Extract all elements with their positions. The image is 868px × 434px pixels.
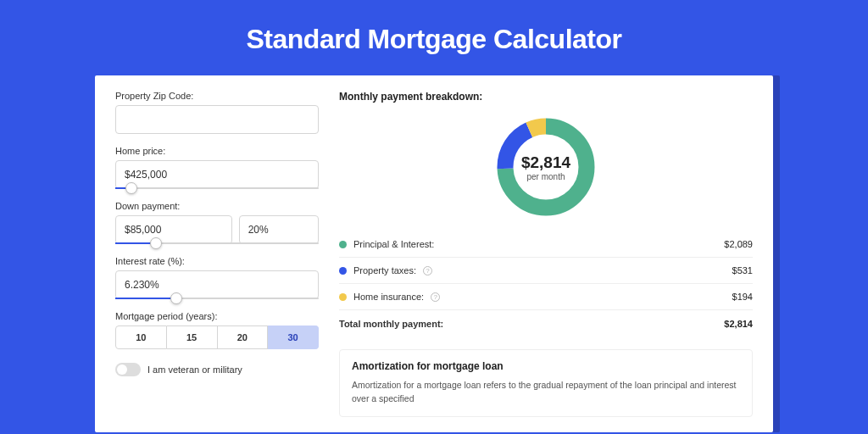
- amortization-card: Amortization for mortgage loan Amortizat…: [339, 349, 753, 417]
- breakdown-line-value: $531: [732, 265, 753, 275]
- legend-dot: [339, 293, 347, 301]
- interest-input[interactable]: [115, 270, 319, 299]
- home-price-input[interactable]: [115, 160, 319, 189]
- interest-field: Interest rate (%):: [115, 256, 319, 299]
- legend-dot: [339, 267, 347, 275]
- interest-slider[interactable]: [115, 298, 319, 299]
- breakdown-line-label: Principal & Interest:: [353, 239, 434, 249]
- zip-field: Property Zip Code:: [115, 91, 319, 134]
- zip-input[interactable]: [115, 105, 319, 134]
- period-field: Mortgage period (years): 10152030: [115, 311, 319, 349]
- donut-wrap: $2,814 per month: [339, 106, 753, 231]
- breakdown-row-1: Property taxes:?$531: [339, 257, 753, 283]
- breakdown-row-0: Principal & Interest:$2,089: [339, 231, 753, 257]
- interest-label: Interest rate (%):: [115, 256, 319, 266]
- home-price-field: Home price:: [115, 146, 319, 189]
- period-buttons: 10152030: [115, 326, 319, 349]
- veteran-label: I am veteran or military: [147, 364, 242, 375]
- breakdown-panel: Monthly payment breakdown: $2,814 per mo…: [339, 91, 753, 417]
- veteran-row: I am veteran or military: [115, 363, 319, 376]
- period-button-20[interactable]: 20: [218, 326, 269, 349]
- home-price-label: Home price:: [115, 146, 319, 156]
- amortization-title: Amortization for mortgage loan: [352, 360, 740, 372]
- breakdown-line-label: Home insurance:: [353, 292, 424, 302]
- calculator-card: Property Zip Code: Home price: Down paym…: [95, 75, 773, 432]
- breakdown-line-label: Property taxes:: [353, 265, 416, 275]
- period-label: Mortgage period (years):: [115, 311, 319, 321]
- breakdown-lines: Principal & Interest:$2,089Property taxe…: [339, 231, 753, 309]
- page-title: Standard Mortgage Calculator: [0, 0, 868, 75]
- breakdown-title: Monthly payment breakdown:: [339, 91, 753, 103]
- down-payment-amount-input[interactable]: [115, 215, 232, 244]
- down-payment-pct-input[interactable]: [239, 215, 319, 244]
- zip-label: Property Zip Code:: [115, 91, 319, 101]
- help-icon[interactable]: ?: [431, 292, 440, 302]
- period-button-10[interactable]: 10: [115, 326, 167, 349]
- legend-dot: [339, 241, 347, 248]
- veteran-toggle[interactable]: [115, 363, 141, 376]
- donut-center-sub: per month: [526, 172, 565, 181]
- total-row: Total monthly payment: $2,814: [339, 309, 753, 337]
- period-button-15[interactable]: 15: [167, 326, 218, 349]
- inputs-panel: Property Zip Code: Home price: Down paym…: [115, 91, 319, 417]
- down-payment-field: Down payment:: [115, 201, 319, 244]
- donut-chart: $2,814 per month: [493, 114, 598, 220]
- help-icon[interactable]: ?: [423, 266, 432, 275]
- donut-center-value: $2,814: [521, 153, 570, 172]
- home-price-slider[interactable]: [115, 187, 319, 189]
- down-payment-slider[interactable]: [115, 242, 319, 244]
- breakdown-line-value: $2,089: [724, 239, 753, 249]
- period-button-30[interactable]: 30: [268, 326, 319, 349]
- amortization-text: Amortization for a mortgage loan refers …: [352, 379, 740, 406]
- down-payment-label: Down payment:: [115, 201, 319, 211]
- breakdown-row-2: Home insurance:?$194: [339, 283, 753, 309]
- breakdown-line-value: $194: [732, 292, 753, 302]
- total-label: Total monthly payment:: [339, 319, 443, 329]
- total-value: $2,814: [724, 319, 753, 329]
